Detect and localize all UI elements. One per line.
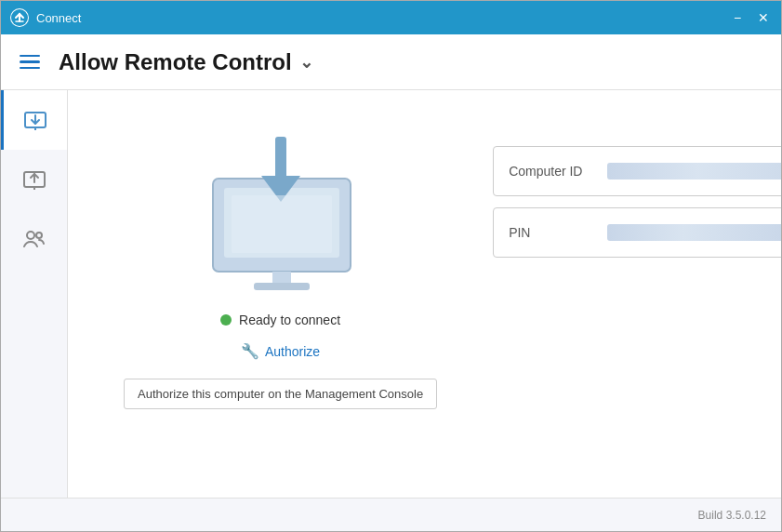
computer-id-label: Computer ID (494, 164, 596, 179)
build-version: Build 3.5.0.12 (698, 509, 766, 522)
svg-point-9 (27, 232, 34, 239)
meetings-icon (21, 226, 47, 252)
sidebar-item-meetings[interactable] (1, 209, 67, 269)
page-title: Allow Remote Control ⌄ (59, 49, 313, 75)
page-title-text: Allow Remote Control (59, 49, 292, 75)
svg-rect-14 (254, 283, 310, 290)
authorize-row[interactable]: 🔧 Authorize (241, 342, 320, 360)
right-panel: Computer ID PIN ↻ (493, 146, 781, 258)
sidebar (1, 90, 68, 498)
header: Allow Remote Control ⌄ (1, 34, 781, 90)
content-area: Ready to connect 🔧 Authorize Authorize t… (68, 90, 781, 498)
title-chevron-icon[interactable]: ⌄ (299, 52, 313, 73)
minimize-button[interactable]: − (729, 9, 746, 26)
content-inner: Ready to connect 🔧 Authorize Authorize t… (124, 127, 781, 409)
sidebar-item-remote-control[interactable] (1, 150, 67, 209)
titlebar-left: Connect (10, 8, 81, 27)
close-button[interactable]: ✕ (755, 9, 772, 26)
hamburger-menu[interactable] (16, 51, 44, 73)
titlebar: Connect − ✕ (1, 1, 781, 34)
pin-field: PIN ↻ (493, 207, 781, 258)
authorize-tooltip: Authorize this computer on the Managemen… (124, 379, 437, 409)
monitor-illustration (194, 127, 366, 294)
app-icon (10, 8, 29, 27)
status-row: Ready to connect (220, 313, 340, 327)
pin-value (607, 224, 781, 241)
status-text: Ready to connect (239, 313, 340, 327)
wrench-icon: 🔧 (241, 342, 259, 360)
monitor-area: Ready to connect 🔧 Authorize Authorize t… (124, 127, 437, 409)
status-dot (220, 314, 232, 326)
svg-rect-17 (232, 195, 332, 253)
main-layout: Ready to connect 🔧 Authorize Authorize t… (1, 90, 781, 498)
pin-label: PIN (494, 225, 596, 240)
svg-rect-13 (272, 272, 291, 285)
upload-screen-icon (21, 166, 47, 193)
svg-rect-15 (275, 137, 286, 179)
computer-id-value (607, 163, 781, 180)
computer-id-field: Computer ID (493, 146, 781, 196)
footer: Build 3.5.0.12 (1, 498, 781, 531)
titlebar-controls: − ✕ (729, 9, 772, 26)
download-screen-icon (22, 107, 48, 133)
svg-point-10 (36, 233, 42, 238)
sidebar-item-allow-remote-control[interactable] (1, 90, 67, 150)
authorize-link[interactable]: Authorize (265, 344, 320, 359)
titlebar-title: Connect (36, 11, 81, 25)
